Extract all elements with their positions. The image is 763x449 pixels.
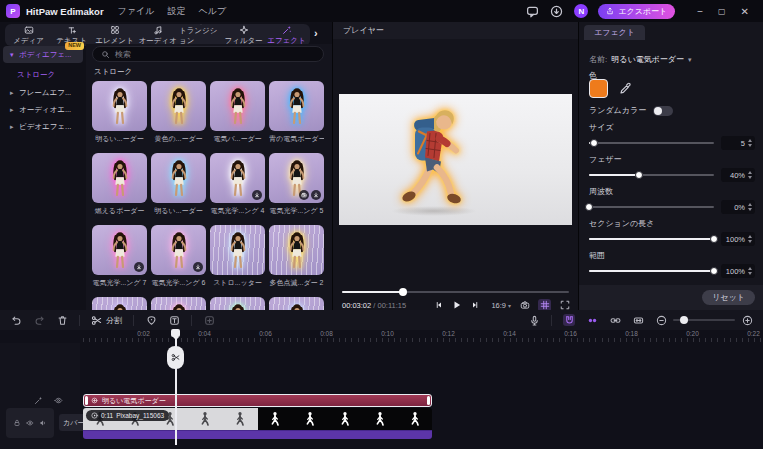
sidebar-item-audio-effects[interactable]: ▸ オーディオエ... [3, 102, 83, 117]
caret-down-icon[interactable]: ▾ [688, 56, 692, 64]
zoom-out-icon[interactable] [655, 314, 667, 326]
effect-track-wand-icon[interactable] [34, 396, 43, 405]
effect-track-visibility-icon[interactable] [54, 396, 63, 405]
effect-item[interactable]: ストロ...ッター [210, 225, 265, 288]
audio-waveform-bar[interactable] [83, 430, 432, 439]
delete-button[interactable] [56, 314, 68, 326]
value-stepper[interactable]: 0% [721, 200, 755, 214]
effect-item[interactable]: 青の電気ボーダー [269, 81, 324, 144]
eyedropper-icon[interactable] [619, 82, 632, 95]
more-tabs-chevron-icon[interactable]: › [314, 27, 318, 39]
redo-button[interactable] [33, 314, 45, 326]
slider-knob[interactable] [590, 139, 598, 147]
sidebar-item-body-effects[interactable]: ▾ ボディエフェ... NEW [3, 46, 83, 63]
previous-frame-button[interactable] [435, 301, 443, 309]
tab-media[interactable]: メディア [7, 24, 50, 46]
play-button[interactable] [452, 300, 462, 310]
download-badge-icon[interactable] [252, 190, 262, 200]
tab-effects[interactable]: エフェクト [265, 24, 308, 46]
progress-scrubber[interactable] [399, 288, 407, 296]
snap-icon[interactable] [563, 314, 575, 326]
timeline-zoom-slider[interactable] [673, 316, 735, 324]
slider-knob[interactable] [635, 171, 643, 179]
track-lock-icon[interactable] [13, 419, 21, 427]
slider-knob[interactable] [585, 203, 593, 211]
random-color-toggle[interactable] [653, 106, 673, 116]
value-stepper[interactable]: 100% [721, 232, 755, 246]
snapshot-badge-icon[interactable] [299, 190, 309, 200]
slider-knob[interactable] [710, 267, 718, 275]
menu-settings[interactable]: 設定 [167, 5, 185, 18]
playback-progress-bar[interactable] [342, 288, 569, 296]
zoom-in-icon[interactable] [741, 314, 753, 326]
slider[interactable] [589, 234, 714, 244]
slider[interactable] [589, 170, 714, 180]
marker-icon[interactable] [145, 314, 157, 326]
download-badge-icon[interactable] [193, 262, 203, 272]
effect-item[interactable]: 電気光学...ング 5 [269, 153, 324, 216]
add-text-icon[interactable] [168, 314, 180, 326]
value-stepper[interactable]: 40% [721, 168, 755, 182]
effect-item[interactable]: 明るい...ーダー [92, 81, 147, 144]
effect-item[interactable] [210, 297, 265, 310]
clip-trim-handle-left[interactable] [85, 396, 88, 405]
tab-filters[interactable]: フィルター [222, 24, 265, 46]
slider-knob[interactable] [710, 235, 718, 243]
sidebar-item-video-effects[interactable]: ▸ ビデオエフェ... [3, 119, 83, 134]
track-mute-icon[interactable] [39, 419, 47, 427]
menu-file[interactable]: ファイル [118, 5, 155, 18]
sidebar-item-frame-effects[interactable]: ▸ フレームエフ... [3, 85, 83, 100]
properties-tab-effect[interactable]: エフェクト [584, 25, 645, 40]
slider[interactable] [589, 202, 714, 212]
track-visibility-icon[interactable] [26, 419, 34, 427]
value-stepper[interactable]: 5 [721, 136, 755, 150]
close-button[interactable]: ✕ [741, 6, 749, 17]
clip-trim-handle-right[interactable] [427, 396, 430, 405]
export-button[interactable]: エクスポート [598, 4, 675, 19]
link-clips-icon[interactable] [609, 314, 621, 326]
reset-button[interactable]: リセット [702, 290, 755, 305]
tab-audio[interactable]: オーディオ [136, 24, 179, 46]
effect-item[interactable]: 電気光学...ング 6 [151, 225, 206, 288]
fit-timeline-icon[interactable] [632, 314, 644, 326]
effect-item[interactable]: 明るい...ーダー [151, 153, 206, 216]
user-avatar[interactable]: N [574, 4, 588, 18]
effect-item[interactable]: 黄色の...ーダー [151, 81, 206, 144]
zoom-slider-knob[interactable] [680, 316, 688, 324]
split-at-playhead-button[interactable] [167, 346, 184, 369]
menu-help[interactable]: ヘルプ [198, 5, 226, 18]
effect-item[interactable]: 電気光学...ング 7 [92, 225, 147, 288]
slider[interactable] [589, 266, 714, 276]
aspect-ratio-select[interactable]: 16:9▾ [491, 301, 511, 310]
slider[interactable] [589, 138, 714, 148]
effect-item[interactable] [92, 297, 147, 310]
keyframe-icon[interactable] [586, 314, 598, 326]
effect-item[interactable]: 燃えるボーダー [92, 153, 147, 216]
effect-item[interactable] [151, 297, 206, 310]
record-voiceover-icon[interactable] [528, 314, 540, 326]
feedback-icon[interactable] [526, 5, 539, 18]
split-button[interactable]: 分割 [91, 315, 122, 326]
effect-item[interactable]: 電気光学...ング 4 [210, 153, 265, 216]
effect-name-value[interactable]: 明るい電気ボーダー [611, 54, 684, 65]
playhead-handle[interactable] [171, 329, 180, 337]
timeline-ruler[interactable]: 0:020:040:060:080:100:120:140:160:180:20… [0, 330, 763, 343]
search-input[interactable]: 検索 [92, 46, 324, 62]
value-stepper[interactable]: 100% [721, 264, 755, 278]
undo-button[interactable] [10, 314, 22, 326]
maximize-button[interactable]: ▢ [718, 7, 726, 16]
add-frame-icon[interactable] [203, 314, 215, 326]
effect-clip[interactable]: 明るい電気ボーダー [83, 394, 432, 407]
download-badge-icon[interactable] [311, 190, 321, 200]
effect-item[interactable]: 電気バ...ーダー [210, 81, 265, 144]
sidebar-item-stroke[interactable]: ストローク [3, 67, 83, 82]
download-icon[interactable] [550, 5, 563, 18]
minimize-button[interactable]: − [697, 6, 703, 17]
effect-item[interactable] [269, 297, 324, 310]
tab-transitions[interactable]: トランジション [179, 24, 222, 46]
next-frame-button[interactable] [471, 301, 479, 309]
download-badge-icon[interactable] [134, 262, 144, 272]
color-swatch[interactable] [589, 79, 608, 98]
effect-item[interactable]: 多色点滅...ダー 2 [269, 225, 324, 288]
tab-elements[interactable]: エレメント [93, 24, 136, 46]
